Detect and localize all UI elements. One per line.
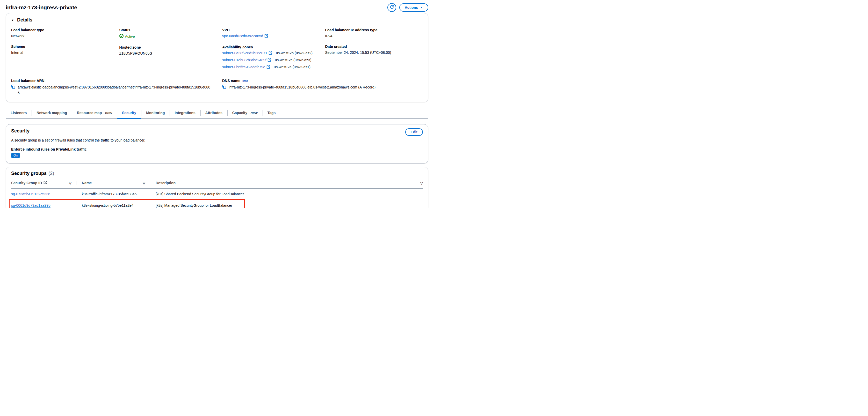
ip-type-value: IPv4: [325, 34, 418, 38]
refresh-button[interactable]: [388, 3, 396, 12]
arn-dns-row: Load balancer ARN arn:aws:elasticloadbal…: [11, 79, 423, 96]
table-row: sg-073a5b479132c5336 k8s-traffic-inframz…: [11, 188, 423, 200]
external-link-icon: [268, 58, 271, 63]
security-group-description: [k8s] Shared Backend SecurityGroup for L…: [156, 192, 423, 196]
column-header-name[interactable]: Name ▽: [82, 181, 150, 185]
security-description: A security group is a set of firewall ru…: [11, 138, 423, 142]
table-header-row: Security Group ID ▽ Name ▽ Description ▽: [11, 179, 423, 188]
arn-label: Load balancer ARN: [11, 79, 212, 83]
tab-resource-map-new[interactable]: Resource map - new: [72, 108, 117, 118]
actions-caret-down-icon: ▼: [420, 6, 423, 9]
security-group-name: k8s-istioing-istioing-575e11a2e4: [82, 203, 156, 207]
security-group-description: [k8s] Managed SecurityGroup for LoadBala…: [156, 203, 423, 207]
date-created-value: September 24, 2024, 15:53 (UTC+08:00): [325, 50, 418, 55]
az-label: Availability Zones: [222, 45, 315, 49]
sort-icon[interactable]: ▽: [69, 181, 71, 185]
external-link-icon: [267, 65, 270, 70]
page-title: infra-mz-173-ingress-private: [6, 4, 77, 11]
tab-security[interactable]: Security: [117, 108, 141, 118]
date-created-label: Date created: [325, 44, 418, 49]
status-value: Active: [125, 34, 135, 39]
column-header-description[interactable]: Description ▽: [156, 181, 423, 185]
tab-attributes[interactable]: Attributes: [200, 108, 227, 118]
security-groups-title: Security groups: [11, 171, 46, 176]
vpc-link[interactable]: vpc-0a8d02cd83922a65d: [222, 34, 263, 38]
vpc-label: VPC: [222, 28, 315, 32]
external-link-icon: [269, 51, 272, 56]
check-circle-icon: [119, 34, 124, 39]
security-group-link[interactable]: sg-073a5b479132c5336: [11, 192, 50, 196]
enforce-privatelink-badge: On: [11, 153, 20, 158]
table-row: sg-0061d9d73ad1aa995 k8s-istioing-istioi…: [11, 200, 423, 208]
az-zone: us-west-2c (usw2-az3): [275, 58, 311, 62]
az-zone: us-west-2a (usw2-az1): [274, 65, 310, 69]
copy-icon[interactable]: [11, 84, 15, 91]
details-col-3: VPC vpc-0a8d02cd83922a65d Availability Z…: [217, 28, 320, 72]
details-panel: ▼ Details Load balancer type Network Sch…: [6, 13, 428, 102]
details-col-1: Load balancer type Network Scheme Intern…: [11, 28, 114, 72]
dns-section: DNS nameInfo infra-mz-173-ingress-privat…: [217, 79, 423, 96]
dns-info-link[interactable]: Info: [242, 79, 248, 83]
page-header: infra-mz-173-ingress-private Actions ▼: [6, 0, 428, 11]
sort-icon[interactable]: ▽: [420, 181, 423, 185]
ip-type-label: Load balancer IP address type: [325, 28, 418, 32]
collapse-caret-icon: ▼: [11, 19, 14, 22]
dns-label: DNS nameInfo: [222, 79, 418, 83]
tab-capacity-new[interactable]: Capacity - new: [227, 108, 262, 118]
tab-monitoring[interactable]: Monitoring: [141, 108, 169, 118]
tab-bar: Listeners Network mapping Resource map -…: [6, 108, 428, 119]
tab-listeners[interactable]: Listeners: [6, 108, 32, 118]
az-row: subnet-0a38f2c6d2b36e071us-west-2b (usw2…: [222, 51, 315, 56]
dns-value: infra-mz-173-ingress-private-488fa1518b6…: [229, 84, 375, 90]
scheme-label: Scheme: [11, 44, 109, 49]
subnet-link[interactable]: subnet-01eb08cf8abd2489f: [222, 58, 266, 62]
column-header-security-group-id[interactable]: Security Group ID ▽: [11, 181, 76, 185]
edit-button[interactable]: Edit: [405, 128, 423, 136]
arn-value: arn:aws:elasticloadbalancing:us-west-2:3…: [18, 84, 212, 96]
tab-network-mapping[interactable]: Network mapping: [32, 108, 72, 118]
hosted-zone-value: Z18D5FSROUN65G: [119, 51, 212, 55]
az-zone: us-west-2b (usw2-az2): [276, 51, 313, 55]
details-col-4: Load balancer IP address type IPv4 Date …: [320, 28, 423, 72]
security-groups-count: (2): [49, 171, 54, 176]
external-link-icon: [43, 181, 47, 185]
hosted-zone-label: Hosted zone: [119, 45, 212, 49]
enforce-privatelink-label: Enforce inbound rules on PrivateLink tra…: [11, 147, 423, 151]
details-title: Details: [17, 18, 32, 23]
az-row: subnet-01eb08cf8abd2489fus-west-2c (usw2…: [222, 58, 315, 63]
lb-type-value: Network: [11, 34, 109, 38]
refresh-icon: [390, 5, 394, 10]
security-panel: Security Edit A security group is a set …: [6, 124, 428, 164]
tab-tags[interactable]: Tags: [262, 108, 281, 118]
actions-button[interactable]: Actions ▼: [399, 3, 428, 12]
lb-type-label: Load balancer type: [11, 28, 109, 32]
security-groups-table: Security Group ID ▽ Name ▽ Description ▽…: [11, 179, 423, 208]
header-actions: Actions ▼: [388, 3, 428, 12]
az-row: subnet-0b6ff5942addfc79eus-west-2a (usw2…: [222, 65, 315, 70]
subnet-link[interactable]: subnet-0b6ff5942addfc79e: [222, 65, 265, 69]
subnet-link[interactable]: subnet-0a38f2c6d2b36e071: [222, 51, 267, 55]
arn-section: Load balancer ARN arn:aws:elasticloadbal…: [11, 79, 217, 96]
load-balancer-detail-page: infra-mz-173-ingress-private Actions ▼ ▼…: [0, 0, 434, 208]
details-col-2: Status Active Hosted zone Z18D5FSROUN6: [114, 28, 217, 72]
tab-integrations[interactable]: Integrations: [169, 108, 200, 118]
status-badge: Active: [119, 34, 212, 39]
security-group-link[interactable]: sg-0061d9d73ad1aa995: [11, 203, 51, 207]
security-groups-panel: Security groups (2) Security Group ID ▽ …: [6, 167, 428, 208]
status-label: Status: [119, 28, 212, 32]
security-group-name: k8s-traffic-inframz173-35f4cc3845: [82, 192, 156, 196]
sort-icon[interactable]: ▽: [143, 181, 145, 185]
highlighted-row-wrapper: sg-0061d9d73ad1aa995 k8s-istioing-istioi…: [11, 200, 423, 208]
external-link-icon: [265, 34, 268, 39]
security-title: Security: [11, 128, 30, 134]
copy-icon[interactable]: [222, 84, 226, 91]
actions-button-label: Actions: [405, 5, 418, 9]
scheme-value: Internal: [11, 50, 109, 55]
details-grid: Load balancer type Network Scheme Intern…: [11, 28, 423, 72]
details-collapse-toggle[interactable]: ▼ Details: [11, 18, 423, 23]
